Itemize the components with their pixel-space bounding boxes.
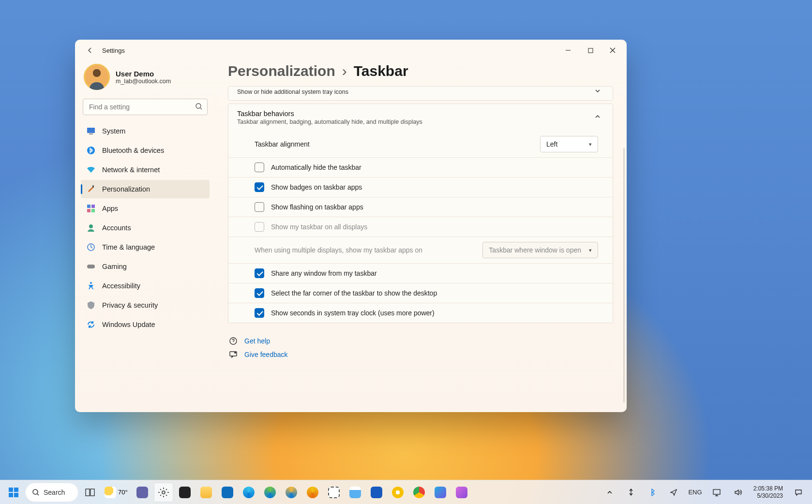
tray-bluetooth[interactable]	[643, 483, 662, 502]
scrollbar[interactable]	[623, 148, 625, 402]
teams-icon	[136, 487, 148, 498]
sidebar-item-gaming[interactable]: Gaming	[81, 257, 210, 276]
row-auto-hide-taskbar[interactable]: Automatically hide the taskbar	[228, 157, 613, 177]
taskbar-weather[interactable]: 70°	[102, 483, 131, 502]
taskbar-app-chrome-canary[interactable]	[388, 483, 407, 502]
svg-rect-25	[713, 489, 720, 494]
page-body: Personalization › Taskbar Show or hide a…	[215, 61, 627, 412]
dropdown-value: Left	[546, 140, 557, 148]
sidebar-item-label: Gaming	[102, 263, 127, 270]
svg-point-10	[89, 224, 93, 228]
arrow-left-icon	[86, 46, 94, 54]
taskbar-app-outlook[interactable]	[218, 483, 237, 502]
sidebar-item-windows-update[interactable]: Windows Update	[81, 315, 210, 334]
tray-location[interactable]	[664, 483, 683, 502]
sidebar-item-accessibility[interactable]: Accessibility	[81, 277, 210, 295]
sidebar-item-system[interactable]: System	[81, 122, 210, 140]
chrome-canary-icon	[392, 487, 404, 498]
sidebar-item-accounts[interactable]: Accounts	[81, 219, 210, 237]
taskbar-app-chrome[interactable]	[409, 483, 429, 502]
checkbox[interactable]	[255, 308, 264, 318]
start-button[interactable]	[4, 483, 23, 502]
search-input[interactable]	[83, 99, 208, 115]
multi-display-dropdown: Taskbar where window is open ▾	[482, 242, 598, 258]
link-label: Give feedback	[244, 351, 288, 358]
close-icon	[610, 47, 616, 53]
svg-rect-7	[91, 205, 95, 208]
checkbox[interactable]	[255, 268, 264, 278]
taskbar-app-generic-1[interactable]	[431, 483, 450, 502]
app-icon	[435, 487, 446, 498]
row-show-badges[interactable]: Show badges on taskbar apps	[228, 177, 613, 197]
minimize-button[interactable]	[557, 43, 579, 58]
profile-email: m_lab@outlook.com	[116, 78, 171, 85]
close-button[interactable]	[601, 43, 624, 58]
taskbar-app-edge-canary[interactable]	[303, 483, 322, 502]
sidebar-item-apps[interactable]: Apps	[81, 199, 210, 218]
link-label: Get help	[244, 337, 270, 345]
shield-icon	[87, 301, 95, 310]
maximize-button[interactable]	[579, 43, 601, 58]
svg-rect-0	[588, 48, 593, 53]
network-icon	[712, 488, 721, 497]
taskbar-app-teams[interactable]	[133, 483, 152, 502]
taskbar-app-settings[interactable]	[154, 483, 173, 502]
taskbar-app-edge-beta[interactable]	[260, 483, 280, 502]
setting-label: Select the far corner of the taskbar to …	[271, 289, 437, 297]
svg-rect-17	[9, 488, 13, 492]
tray-usb[interactable]	[621, 483, 641, 502]
taskbar-app-edge[interactable]	[239, 483, 258, 502]
tray-volume[interactable]	[728, 483, 748, 502]
checkbox[interactable]	[255, 202, 264, 212]
back-button[interactable]	[83, 43, 97, 58]
sidebar-item-label: Bluetooth & devices	[102, 147, 164, 154]
give-feedback-link[interactable]: Give feedback	[229, 350, 613, 359]
tray-clock[interactable]: 2:05:38 PM 5/30/2023	[750, 483, 787, 502]
sidebar-item-label: Time & language	[102, 243, 155, 251]
sidebar-item-time-language[interactable]: Time & language	[81, 238, 210, 256]
section-subtitle: Show or hide additional system tray icon…	[237, 89, 348, 95]
checkbox[interactable]	[255, 288, 264, 298]
chevron-down-icon	[594, 88, 601, 96]
checkbox[interactable]	[255, 163, 264, 172]
section-subtitle: Taskbar alignment, badging, automaticall…	[237, 119, 422, 125]
tray-language[interactable]: ENG	[685, 483, 705, 502]
sidebar-item-personalization[interactable]: Personalization	[81, 180, 210, 198]
breadcrumb-parent[interactable]: Personalization	[228, 63, 335, 79]
taskbar-app-explorer[interactable]	[196, 483, 216, 502]
taskbar-alignment-dropdown[interactable]: Left ▾	[540, 136, 598, 152]
taskbar-app-terminal[interactable]	[175, 483, 195, 502]
section-other-system-tray-icons[interactable]: Show or hide additional system tray icon…	[228, 86, 613, 101]
edge-beta-icon	[264, 487, 276, 498]
taskbar-search[interactable]: Search	[25, 483, 78, 502]
chevron-right-icon: ›	[342, 63, 347, 79]
titlebar: Settings	[75, 40, 627, 61]
section-header[interactable]: Taskbar behaviors Taskbar alignment, bad…	[228, 104, 613, 131]
svg-rect-23	[90, 489, 94, 496]
tray-network[interactable]	[707, 483, 726, 502]
row-show-flashing[interactable]: Show flashing on taskbar apps	[228, 197, 613, 217]
taskbar-app-generic-2[interactable]	[452, 483, 471, 502]
clock-time: 2:05:38 PM	[753, 485, 783, 492]
row-share-window[interactable]: Share any window from my taskbar	[228, 263, 613, 283]
checkbox[interactable]	[255, 182, 264, 192]
gear-icon	[158, 487, 169, 498]
taskbar-app-edge-dev[interactable]	[282, 483, 301, 502]
taskbar-app-snipping[interactable]	[324, 483, 344, 502]
snip-icon	[328, 487, 340, 498]
sidebar-item-network[interactable]: Network & internet	[81, 161, 210, 179]
row-show-seconds-clock[interactable]: Show seconds in system tray clock (uses …	[228, 303, 613, 323]
sidebar-item-privacy[interactable]: Privacy & security	[81, 296, 210, 314]
tray-notifications[interactable]	[789, 483, 808, 502]
sidebar-item-bluetooth[interactable]: Bluetooth & devices	[81, 141, 210, 160]
get-help-link[interactable]: Get help	[229, 337, 613, 345]
taskbar-task-view[interactable]	[80, 483, 100, 502]
language-label: ENG	[688, 489, 702, 496]
tray-overflow[interactable]	[600, 483, 619, 502]
taskbar-app-word[interactable]	[367, 483, 386, 502]
setting-label: Taskbar alignment	[255, 140, 310, 148]
profile-block[interactable]: User Demo m_lab@outlook.com	[81, 61, 210, 96]
taskbar-app-notepad[interactable]	[346, 483, 365, 502]
row-far-corner-desktop[interactable]: Select the far corner of the taskbar to …	[228, 283, 613, 303]
notepad-icon	[349, 487, 361, 498]
